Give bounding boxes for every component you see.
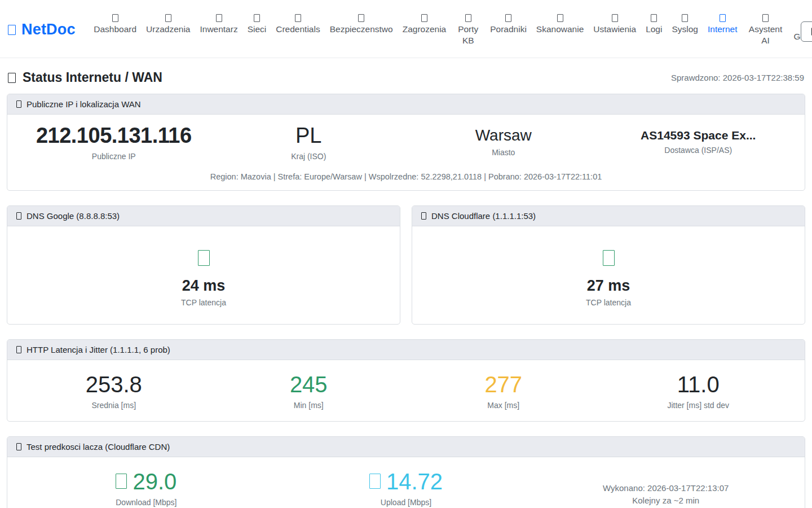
speedtest-icon xyxy=(16,443,21,450)
nav-item-credentials[interactable]: Credentials xyxy=(271,14,325,35)
download-value: 29.0 xyxy=(133,468,176,494)
nav-item-label: Zagrozenia xyxy=(403,24,447,35)
nav-item-poradniki[interactable]: Poradniki xyxy=(486,14,532,35)
nav-item-label: Syslog xyxy=(672,24,698,35)
public-ip-label: Publiczne IP xyxy=(16,152,211,161)
download-icon xyxy=(116,474,127,489)
dns-google-card-header: DNS Google (8.8.8.8:53) xyxy=(7,206,400,226)
nav-item-label: Skanowanie xyxy=(536,24,584,35)
public-ip-value: 212.105.131.116 xyxy=(16,124,211,148)
public-ip-card-header: Publiczne IP i lokalizacja WAN xyxy=(7,94,805,115)
nav-item-logi[interactable]: Logi xyxy=(641,14,667,35)
nav-item-skanowanie[interactable]: Skanowanie xyxy=(531,14,588,35)
dns-cards-row: DNS Google (8.8.8.8:53) 24 ms TCP latenc… xyxy=(7,205,805,339)
guides-icon xyxy=(505,14,511,22)
security-icon xyxy=(358,14,364,22)
nav-item-label: Porty KB xyxy=(456,24,480,46)
speedtest-card-title: Test predkosci lacza (Cloudflare CDN) xyxy=(27,442,170,452)
credentials-icon xyxy=(295,14,301,22)
networks-icon xyxy=(254,14,260,22)
nav-item-label: Dashboard xyxy=(94,24,136,35)
nav-item-asystent-ai[interactable]: Asystent AI xyxy=(742,14,789,46)
dns-google-latency-value: 24 ms xyxy=(7,277,400,295)
nav-item-label: Logi xyxy=(646,24,662,35)
dns-cloudflare-icon xyxy=(421,212,426,220)
speedtest-executed: Wykonano: 2026-03-17T22:13:07 xyxy=(536,482,796,494)
nav-item-label: Ustawienia xyxy=(593,24,636,35)
nav-item-label: Asystent AI xyxy=(747,24,784,46)
public-ip-card: Publiczne IP i lokalizacja WAN 212.105.1… xyxy=(7,94,805,191)
nav-item-urzadzenia[interactable]: Urzadzenia xyxy=(142,14,195,35)
stat-latency-min: 245 Min [ms] xyxy=(211,371,407,410)
nav-item-sieci[interactable]: Sieci xyxy=(242,14,271,35)
nav-item-bezpieczenstwo[interactable]: Bezpieczenstwo xyxy=(325,14,398,35)
latency-avg-value: 253.8 xyxy=(16,371,211,397)
page-title: Status Internetu / WAN xyxy=(23,70,162,85)
nav-item-ustawienia[interactable]: Ustawienia xyxy=(589,14,641,35)
dns-cloudflare-card-header: DNS Cloudflare (1.1.1.1:53) xyxy=(412,206,805,226)
dns-cloudflare-latency-label: TCP latencja xyxy=(412,298,805,307)
nav-item-syslog[interactable]: Syslog xyxy=(667,14,703,35)
stat-download: 29.0 Download [Mbps] xyxy=(16,468,276,507)
speedtest-card-body: 29.0 Download [Mbps] 14.72 Upload [Mbps]… xyxy=(7,457,805,508)
stat-latency-max: 277 Max [ms] xyxy=(406,371,601,410)
nav-item-internet[interactable]: Internet xyxy=(703,14,742,35)
stat-jitter: 11.0 Jitter [ms] std dev xyxy=(601,371,796,410)
stat-upload: 14.72 Upload [Mbps] xyxy=(276,468,536,507)
stat-city: Warsaw Miasto xyxy=(406,124,601,161)
upload-icon xyxy=(369,474,381,489)
dns-cloudflare-card-body: 27 ms TCP latencja xyxy=(412,226,805,324)
last-checked-timestamp: Sprawdzono: 2026-03-17T22:38:59 xyxy=(671,73,804,82)
dns-google-card-body: 24 ms TCP latencja xyxy=(7,226,400,324)
latency-max-label: Max [ms] xyxy=(406,401,601,410)
http-latency-card: HTTP Latencja i Jitter (1.1.1.1, 6 prob)… xyxy=(7,339,805,422)
nav-item-dashboard[interactable]: Dashboard xyxy=(89,14,142,35)
nav-item-label: Credentials xyxy=(276,24,320,35)
http-latency-card-title: HTTP Latencja i Jitter (1.1.1.1, 6 prob) xyxy=(27,345,170,354)
speedtest-next: Kolejny za ~2 min xyxy=(536,494,796,507)
stat-latency-avg: 253.8 Srednia [ms] xyxy=(16,371,211,410)
syslog-icon xyxy=(682,14,688,22)
nav-item-label: Urzadzenia xyxy=(146,24,190,35)
wan-status-icon xyxy=(8,73,16,83)
speedtest-info: Wykonano: 2026-03-17T22:13:07 Kolejny za… xyxy=(536,468,796,507)
nav-item-label: Poradniki xyxy=(490,24,527,35)
internet-icon xyxy=(720,14,726,22)
upload-label: Upload [Mbps] xyxy=(276,498,536,507)
dashboard-icon xyxy=(112,14,118,22)
jitter-value: 11.0 xyxy=(601,371,796,397)
dns-google-latency-label: TCP latencja xyxy=(7,298,400,307)
latency-max-value: 277 xyxy=(406,371,601,397)
http-latency-card-body: 253.8 Srednia [ms] 245 Min [ms] 277 Max … xyxy=(7,360,805,421)
public-ip-card-body: 212.105.131.116 Publiczne IP PL Kraj (IS… xyxy=(7,115,805,190)
nav-item-label: Internet xyxy=(708,24,738,35)
top-navbar: NetDoc Dashboard Urzadzenia Inwentarz Si… xyxy=(0,0,812,58)
dns-ok-icon xyxy=(198,250,210,266)
dns-cloudflare-card-title: DNS Cloudflare (1.1.1.1:53) xyxy=(431,211,536,221)
theme-toggle-button[interactable] xyxy=(801,21,812,42)
settings-icon xyxy=(612,14,618,22)
nav-item-label: Sieci xyxy=(248,24,267,35)
latency-avg-label: Srednia [ms] xyxy=(16,401,211,410)
threats-icon xyxy=(421,14,427,22)
dns-cloudflare-card: DNS Cloudflare (1.1.1.1:53) 27 ms TCP la… xyxy=(412,205,805,325)
city-value: Warsaw xyxy=(406,124,601,144)
latency-min-label: Min [ms] xyxy=(211,401,407,410)
jitter-label: Jitter [ms] std dev xyxy=(601,401,796,410)
dns-google-card-title: DNS Google (8.8.8.8:53) xyxy=(27,211,120,221)
dns-google-icon xyxy=(16,212,21,220)
devices-icon xyxy=(165,14,171,22)
speedtest-card-header: Test predkosci lacza (Cloudflare CDN) xyxy=(7,437,805,457)
nav-item-zagrozenia[interactable]: Zagrozenia xyxy=(398,14,451,35)
http-latency-icon xyxy=(16,346,21,353)
country-value: PL xyxy=(211,124,407,148)
city-label: Miasto xyxy=(406,148,601,157)
dns-google-card: DNS Google (8.8.8.8:53) 24 ms TCP latenc… xyxy=(7,205,400,325)
brand[interactable]: NetDoc xyxy=(8,21,76,38)
nav-item-inwentarz[interactable]: Inwentarz xyxy=(195,14,242,35)
dns-cloudflare-latency-value: 27 ms xyxy=(412,277,805,295)
isp-label: Dostawca (ISP/AS) xyxy=(601,146,796,155)
nav-items: Dashboard Urzadzenia Inwentarz Sieci Cre… xyxy=(89,14,812,46)
nav-item-porty-kb[interactable]: Porty KB xyxy=(451,14,486,46)
logs-icon xyxy=(651,14,657,22)
